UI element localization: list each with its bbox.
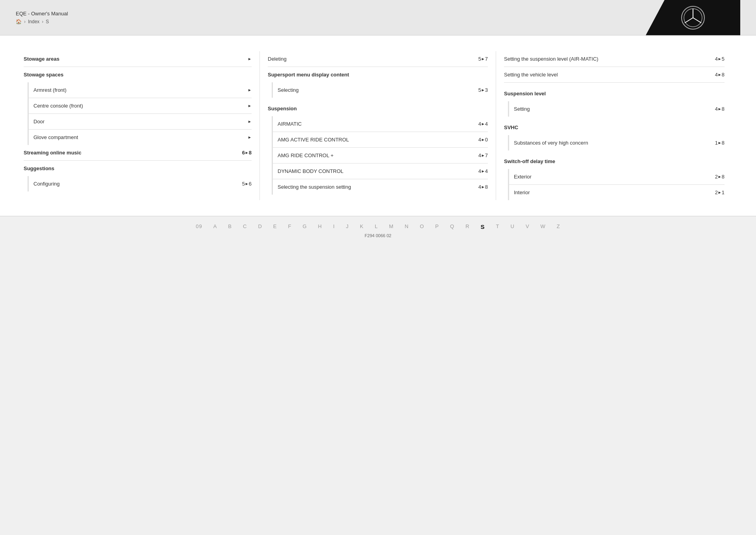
door-entry: Door ►	[29, 114, 252, 130]
column-1: Stowage areas ► Stowage spaces Armrest (…	[24, 51, 260, 200]
alpha-z[interactable]: Z	[557, 223, 560, 230]
armrest-entry: Armrest (front) ►	[29, 82, 252, 98]
alpha-w[interactable]: W	[541, 223, 546, 230]
selecting-suspension-page[interactable]: 4►8	[478, 184, 488, 190]
door-page[interactable]: ►	[248, 119, 252, 124]
breadcrumb: 🏠 › Index › S	[16, 19, 68, 24]
configuring-page[interactable]: 5►6	[242, 181, 252, 187]
substances-entry: Substances of very high concern 1►8	[509, 135, 724, 150]
door-label: Door	[33, 119, 244, 124]
stowage-spaces-label: Stowage spaces	[24, 72, 252, 78]
amg-active-page[interactable]: 4►0	[478, 137, 488, 143]
selecting-suspension-entry: Selecting the suspension setting 4►8	[273, 179, 488, 195]
column-2: Deleting 5►7 Supersport menu display con…	[260, 51, 496, 200]
suspension-heading: Suspension	[268, 101, 488, 116]
svg-line-2	[685, 18, 693, 23]
exterior-label: Exterior	[514, 174, 711, 180]
exterior-entry: Exterior 2►8	[509, 169, 724, 185]
armrest-label: Armrest (front)	[33, 87, 244, 93]
breadcrumb-index[interactable]: Index	[28, 19, 39, 24]
mercedes-logo	[681, 6, 705, 30]
alpha-r[interactable]: R	[465, 223, 469, 230]
setting-entry: Setting 4►8	[509, 101, 724, 117]
breadcrumb-sep-2: ›	[42, 19, 43, 24]
selecting-label: Selecting	[278, 87, 474, 93]
alpha-v[interactable]: V	[526, 223, 530, 230]
column-3: Setting the suspension level (AIR-MATIC)…	[496, 51, 732, 200]
main-content: Stowage areas ► Stowage spaces Armrest (…	[0, 35, 756, 216]
glove-page[interactable]: ►	[248, 135, 252, 139]
deleting-page[interactable]: 5►7	[478, 56, 488, 62]
vehicle-level-entry: Setting the vehicle level 4►8	[504, 67, 724, 83]
alpha-o[interactable]: O	[420, 223, 424, 230]
setting-label: Setting	[514, 106, 711, 112]
home-icon[interactable]: 🏠	[16, 19, 22, 24]
amg-active-entry: AMG ACTIVE RIDE CONTROL 4►0	[273, 132, 488, 148]
alpha-a[interactable]: A	[213, 223, 217, 230]
streaming-music-page[interactable]: 6►8	[242, 150, 252, 156]
alpha-b[interactable]: B	[228, 223, 232, 230]
suggestions-label: Suggestions	[24, 165, 252, 171]
alpha-i[interactable]: I	[333, 223, 335, 230]
exterior-page[interactable]: 2►8	[715, 174, 724, 180]
switch-off-label: Switch-off delay time	[504, 158, 724, 164]
switch-off-sub: Exterior 2►8 Interior 2►1	[508, 169, 724, 200]
configuring-label: Configuring	[33, 181, 238, 187]
alpha-p[interactable]: P	[435, 223, 439, 230]
vehicle-level-page[interactable]: 4►8	[715, 72, 724, 78]
alpha-g[interactable]: G	[302, 223, 307, 230]
substances-page[interactable]: 1►8	[715, 140, 724, 146]
centre-console-page[interactable]: ►	[248, 104, 252, 108]
suspension-level-heading: Suspension level	[504, 86, 724, 101]
alpha-k[interactable]: K	[360, 223, 364, 230]
alpha-h[interactable]: H	[318, 223, 322, 230]
index-columns: Stowage areas ► Stowage spaces Armrest (…	[24, 51, 732, 200]
dynamic-body-entry: DYNAMIC BODY CONTROL 4►4	[273, 163, 488, 179]
centre-console-label: Centre console (front)	[33, 103, 244, 109]
footer: 09 A B C D E F G H I J K L M N O P Q R S…	[0, 216, 756, 245]
deleting-entry: Deleting 5►7	[268, 51, 488, 67]
suspension-sub: AIRMATIC 4►4 AMG ACTIVE RIDE CONTROL 4►0…	[272, 116, 488, 195]
airmatic-page[interactable]: 4►4	[478, 121, 488, 127]
stowage-areas-page[interactable]: ►	[248, 57, 252, 61]
selecting-page[interactable]: 5►3	[478, 87, 488, 93]
alpha-j[interactable]: J	[346, 223, 349, 230]
svhc-label: SVHC	[504, 124, 724, 130]
deleting-label: Deleting	[268, 56, 474, 62]
manual-title: EQE - Owner's Manual	[16, 11, 68, 17]
dynamic-body-page[interactable]: 4►4	[478, 168, 488, 174]
alpha-l[interactable]: L	[375, 223, 378, 230]
alpha-q[interactable]: Q	[450, 223, 454, 230]
vehicle-level-label: Setting the vehicle level	[504, 72, 711, 78]
logo-background	[646, 0, 740, 35]
setting-page[interactable]: 4►8	[715, 106, 724, 112]
alpha-f[interactable]: F	[288, 223, 291, 230]
alpha-c[interactable]: C	[243, 223, 247, 230]
footer-code: F294 0066 02	[365, 233, 391, 238]
glove-label: Glove compartment	[33, 134, 244, 140]
setting-suspension-airmatic-entry: Setting the suspension level (AIR-MATIC)…	[504, 51, 724, 67]
alpha-m[interactable]: M	[389, 223, 394, 230]
amg-ride-label: AMG RIDE CONTROL +	[278, 152, 474, 158]
alpha-n[interactable]: N	[405, 223, 409, 230]
suspension-level-label: Suspension level	[504, 91, 724, 97]
supersport-label: Supersport menu display content	[268, 72, 488, 78]
alpha-e[interactable]: E	[273, 223, 277, 230]
alpha-t[interactable]: T	[496, 223, 500, 230]
amg-ride-page[interactable]: 4►7	[478, 152, 488, 158]
substances-label: Substances of very high concern	[514, 140, 711, 146]
suggestions-heading: Suggestions	[24, 161, 252, 176]
alpha-d[interactable]: D	[258, 223, 262, 230]
selecting-suspension-label: Selecting the suspension setting	[278, 184, 474, 190]
setting-suspension-airmatic-page[interactable]: 4►5	[715, 56, 724, 62]
breadcrumb-letter: S	[46, 19, 49, 24]
alpha-u[interactable]: U	[510, 223, 514, 230]
alpha-s-active[interactable]: S	[481, 223, 485, 230]
header-logo-area	[646, 0, 740, 35]
armrest-page[interactable]: ►	[248, 88, 252, 92]
alpha-09[interactable]: 09	[196, 223, 202, 230]
stowage-areas-heading: Stowage areas ►	[24, 51, 252, 67]
dynamic-body-label: DYNAMIC BODY CONTROL	[278, 168, 474, 174]
configuring-entry: Configuring 5►6	[29, 176, 252, 191]
interior-page[interactable]: 2►1	[715, 189, 724, 195]
